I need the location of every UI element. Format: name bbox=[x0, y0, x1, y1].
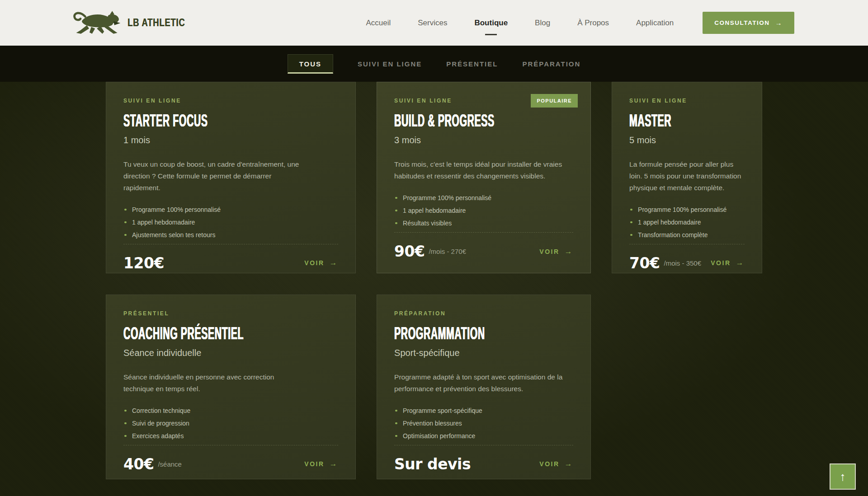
price-suffix: /séance bbox=[158, 460, 182, 468]
brand-logo[interactable]: LB ATHLETIC bbox=[72, 9, 199, 37]
nav-item-services[interactable]: Services bbox=[418, 19, 447, 28]
voir-link[interactable]: VOIR → bbox=[711, 258, 745, 267]
feature-item: Prévention blessures bbox=[394, 420, 573, 427]
price: 40€ bbox=[123, 455, 154, 473]
pricing-card-build-progress[interactable]: POPULAIRE SUIVI EN LIGNE BUILD & PROGRES… bbox=[377, 82, 591, 273]
price: Sur devis bbox=[394, 455, 471, 473]
feature-list: Programme 100% personnalisé 1 appel hebd… bbox=[629, 206, 745, 244]
price: 120€ bbox=[123, 254, 164, 272]
card-title: BUILD & PROGRESS bbox=[394, 111, 495, 131]
voir-label: VOIR bbox=[711, 259, 731, 267]
consultation-label: CONSULTATION bbox=[714, 19, 769, 26]
card-footer: Sur devis VOIR → bbox=[394, 445, 573, 473]
feature-list: Correction technique Suivi de progressio… bbox=[123, 407, 338, 445]
price: 90€ bbox=[394, 243, 425, 260]
nav-item-boutique[interactable]: Boutique bbox=[474, 19, 508, 28]
feature-item: Programme 100% personnalisé bbox=[123, 206, 338, 213]
arrow-right-icon: → bbox=[565, 247, 574, 256]
voir-link[interactable]: VOIR → bbox=[304, 258, 338, 267]
card-title: MASTER bbox=[629, 111, 694, 131]
card-description: Séance individuelle en personne avec cor… bbox=[123, 371, 301, 395]
voir-link[interactable]: VOIR → bbox=[539, 247, 573, 256]
card-subtitle: Sport-spécifique bbox=[394, 348, 573, 358]
card-description: Trois mois, c'est le temps idéal pour in… bbox=[394, 159, 571, 182]
arrow-right-icon: → bbox=[736, 258, 745, 267]
price-suffix: /mois - 350€ bbox=[664, 259, 701, 267]
feature-item: Suivi de progression bbox=[123, 420, 338, 427]
filter-tab-tous[interactable]: TOUS bbox=[288, 54, 333, 74]
nav-item-accueil[interactable]: Accueil bbox=[366, 19, 391, 28]
feature-item: 1 appel hebdomadaire bbox=[394, 207, 573, 214]
feature-item: Optimisation performance bbox=[394, 432, 573, 440]
feature-item: Programme 100% personnalisé bbox=[394, 194, 573, 201]
scroll-to-top-button[interactable]: ↑ bbox=[830, 463, 856, 490]
feature-item: Exercices adaptés bbox=[123, 432, 338, 440]
arrow-right-icon: → bbox=[330, 459, 339, 468]
site-header: LB ATHLETIC Accueil Services Boutique Bl… bbox=[0, 0, 868, 46]
nav-item-blog[interactable]: Blog bbox=[535, 19, 550, 28]
card-footer: 120€ VOIR → bbox=[123, 244, 338, 272]
card-description: Tu veux un coup de boost, un cadre d'ent… bbox=[123, 159, 301, 194]
populaire-badge: POPULAIRE bbox=[531, 94, 578, 108]
card-category: PRÉPARATION bbox=[394, 310, 573, 317]
arrow-right-icon: → bbox=[330, 258, 339, 267]
shop-content: SUIVI EN LIGNE STARTER FOCUS 1 mois Tu v… bbox=[0, 82, 868, 496]
arrow-right-icon: → bbox=[565, 459, 574, 468]
arrow-right-icon: → bbox=[775, 19, 783, 27]
panther-logo-icon bbox=[72, 9, 123, 37]
feature-list: Programme sport-spécifique Prévention bl… bbox=[394, 407, 573, 445]
price: 70€ bbox=[629, 254, 660, 272]
arrow-up-icon: ↑ bbox=[840, 470, 846, 484]
card-category: SUIVI EN LIGNE bbox=[629, 98, 745, 104]
filter-tab-suivi-en-ligne[interactable]: SUIVI EN LIGNE bbox=[358, 60, 422, 68]
feature-item: Ajustements selon tes retours bbox=[123, 231, 338, 239]
pricing-card-starter-focus[interactable]: SUIVI EN LIGNE STARTER FOCUS 1 mois Tu v… bbox=[106, 82, 356, 273]
voir-label: VOIR bbox=[539, 460, 559, 468]
card-title: COACHING PRÉSENTIEL bbox=[123, 324, 244, 344]
voir-link[interactable]: VOIR → bbox=[539, 459, 573, 468]
voir-link[interactable]: VOIR → bbox=[304, 459, 338, 468]
pricing-card-master[interactable]: SUIVI EN LIGNE MASTER 5 mois La formule … bbox=[612, 82, 762, 273]
price-suffix: /mois - 270€ bbox=[429, 248, 466, 255]
filter-tab-preparation[interactable]: PRÉPARATION bbox=[522, 60, 580, 68]
card-description: La formule pensée pour aller plus loin. … bbox=[629, 159, 745, 194]
pricing-card-coaching-presentiel[interactable]: PRÉSENTIEL COACHING PRÉSENTIEL Séance in… bbox=[106, 295, 356, 479]
card-subtitle: 1 mois bbox=[123, 135, 338, 145]
feature-list: Programme 100% personnalisé 1 appel hebd… bbox=[123, 206, 338, 244]
filter-tab-presentiel[interactable]: PRÉSENTIEL bbox=[446, 60, 498, 68]
feature-item: Programme sport-spécifique bbox=[394, 407, 573, 414]
pricing-cards-grid: SUIVI EN LIGNE STARTER FOCUS 1 mois Tu v… bbox=[106, 82, 762, 479]
feature-item: Correction technique bbox=[123, 407, 338, 414]
feature-item: Transformation complète bbox=[629, 231, 745, 239]
nav-item-a-propos[interactable]: À Propos bbox=[577, 19, 609, 28]
voir-label: VOIR bbox=[304, 259, 324, 267]
brand-name: LB ATHLETIC bbox=[127, 17, 185, 29]
pricing-card-programmation[interactable]: PRÉPARATION PROGRAMMATION Sport-spécifiq… bbox=[377, 295, 591, 479]
card-subtitle: Séance individuelle bbox=[123, 348, 338, 358]
nav-item-application[interactable]: Application bbox=[636, 19, 674, 28]
card-title: STARTER FOCUS bbox=[123, 111, 244, 131]
card-category: PRÉSENTIEL bbox=[123, 310, 338, 317]
feature-item: 1 appel hebdomadaire bbox=[123, 219, 338, 226]
card-description: Programme adapté à ton sport avec optimi… bbox=[394, 371, 571, 395]
card-subtitle: 5 mois bbox=[629, 135, 745, 145]
card-subtitle: 3 mois bbox=[394, 135, 573, 145]
card-category: SUIVI EN LIGNE bbox=[123, 98, 338, 104]
feature-item: Programme 100% personnalisé bbox=[629, 206, 745, 213]
card-title: PROGRAMMATION bbox=[394, 324, 495, 344]
main-nav: Accueil Services Boutique Blog À Propos … bbox=[366, 19, 674, 28]
feature-item: Résultats visibles bbox=[394, 220, 573, 227]
voir-label: VOIR bbox=[539, 248, 559, 255]
voir-label: VOIR bbox=[304, 460, 324, 468]
feature-list: Programme 100% personnalisé 1 appel hebd… bbox=[394, 194, 573, 232]
card-footer: 40€ /séance VOIR → bbox=[123, 445, 338, 473]
consultation-button[interactable]: CONSULTATION → bbox=[703, 12, 794, 34]
category-filter-bar: TOUS SUIVI EN LIGNE PRÉSENTIEL PRÉPARATI… bbox=[0, 46, 868, 82]
feature-item: 1 appel hebdomadaire bbox=[629, 219, 745, 226]
card-footer: 70€ /mois - 350€ VOIR → bbox=[629, 244, 745, 272]
card-footer: 90€ /mois - 270€ VOIR → bbox=[394, 232, 573, 260]
